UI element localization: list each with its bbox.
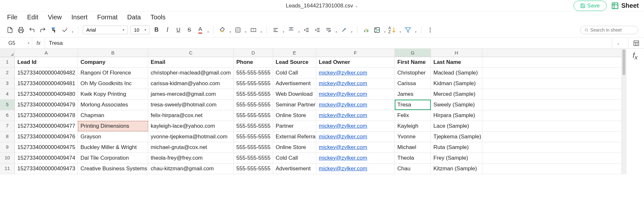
sort-icon[interactable]: AZ xyxy=(388,26,397,34)
row-header[interactable]: 9 xyxy=(0,142,15,153)
cell[interactable]: mickey@zylker.com xyxy=(316,68,395,78)
align-h-icon[interactable] xyxy=(271,26,280,34)
cell[interactable]: Merced (Sample) xyxy=(431,89,482,99)
search-box[interactable] xyxy=(580,26,638,34)
select-all-corner[interactable] xyxy=(0,49,15,57)
cell[interactable]: 1527334000000409476 xyxy=(15,132,78,142)
title-dropdown-icon[interactable]: ⌄ xyxy=(355,4,358,8)
cell[interactable]: Kwik Kopy Printing xyxy=(78,89,148,99)
cell[interactable]: carissa-kidman@yahoo.com xyxy=(148,78,234,89)
cell[interactable]: Cold Call xyxy=(273,153,316,163)
cell[interactable]: yvonne-tjepkema@hotmail.com xyxy=(148,132,234,142)
cell[interactable]: 555-555-5555 xyxy=(234,142,273,153)
cell[interactable]: Online Store xyxy=(273,142,316,153)
cell[interactable]: 1527334000000409478 xyxy=(15,110,78,121)
italic-icon[interactable]: I xyxy=(163,26,172,34)
cell[interactable]: 1527334000000409475 xyxy=(15,142,78,153)
table-panel-icon[interactable] xyxy=(628,38,644,48)
cell[interactable]: christopher-maclead@gmail.com xyxy=(148,68,234,78)
save-button[interactable]: Save xyxy=(573,1,607,11)
cell[interactable]: Sweely (Sample) xyxy=(431,100,482,110)
cell[interactable]: Advertisement xyxy=(273,78,316,89)
fill-color-icon[interactable] xyxy=(218,26,227,34)
cell[interactable]: 555-555-5555 xyxy=(234,164,273,174)
dropdown-caret-icon[interactable]: ▾ xyxy=(72,30,73,34)
cell[interactable]: mickey@zylker.com xyxy=(316,110,395,121)
header-cell[interactable]: Company xyxy=(78,57,148,67)
fx-side-icon[interactable]: fx xyxy=(633,51,638,174)
dropdown-caret-icon[interactable]: ▾ xyxy=(384,30,386,34)
align-v-icon[interactable] xyxy=(287,26,295,34)
cell[interactable]: 555-555-5555 xyxy=(234,68,273,78)
cell[interactable]: Chau xyxy=(395,164,431,174)
cell[interactable]: 1527334000000409473 xyxy=(15,164,78,174)
text-wrap-icon[interactable] xyxy=(324,26,333,34)
cell[interactable]: Online Store xyxy=(273,110,316,121)
cell[interactable]: Theola xyxy=(395,153,431,163)
header-cell[interactable]: Lead Source xyxy=(273,57,316,67)
formula-expand-icon[interactable]: ⌄ xyxy=(612,38,624,48)
menu-data[interactable]: Data xyxy=(127,14,141,21)
dropdown-caret-icon[interactable]: ▾ xyxy=(298,30,300,34)
cell[interactable]: Michael xyxy=(395,142,431,153)
menu-edit[interactable]: Edit xyxy=(27,14,38,21)
borders-icon[interactable] xyxy=(234,26,242,34)
row-header[interactable]: 8 xyxy=(0,132,15,142)
font-select[interactable]: Arial▾ xyxy=(83,25,128,34)
cell[interactable]: Grayson xyxy=(78,132,148,142)
cell[interactable]: mickey@zylker.com xyxy=(316,164,395,174)
cell[interactable]: 1527334000000409481 xyxy=(15,78,78,89)
cell[interactable]: Buckley Miller & Wright xyxy=(78,142,148,153)
cell[interactable]: 1527334000000409480 xyxy=(15,89,78,99)
header-cell[interactable]: Email xyxy=(148,57,234,67)
cell[interactable]: Maclead (Sample) xyxy=(431,68,482,78)
text-rotation-icon[interactable] xyxy=(340,26,348,34)
indent-decrease-icon[interactable] xyxy=(302,26,311,34)
redo-icon[interactable] xyxy=(39,26,47,34)
filter-icon[interactable] xyxy=(404,26,412,34)
cell[interactable]: Cold Call xyxy=(273,68,316,78)
cell[interactable]: Oh My Goodknits Inc xyxy=(78,78,148,89)
merge-cells-icon[interactable] xyxy=(249,26,258,34)
font-size-select[interactable]: 10▾ xyxy=(130,25,150,34)
cell[interactable]: Creative Business Systems xyxy=(78,164,148,174)
row-header[interactable]: 4 xyxy=(0,89,15,99)
dropdown-caret-icon[interactable]: ▾ xyxy=(283,30,284,34)
header-cell[interactable]: Lead Id xyxy=(15,57,78,67)
fx-icon[interactable]: fx xyxy=(32,38,45,48)
cell[interactable]: Kayleigh xyxy=(395,121,431,131)
undo-icon[interactable] xyxy=(28,26,36,34)
cell[interactable]: mickey@zylker.com xyxy=(316,89,395,99)
cell[interactable]: kayleigh-lace@yahoo.com xyxy=(148,121,234,131)
cell[interactable]: 555-555-5555 xyxy=(234,100,273,110)
cell[interactable]: James xyxy=(395,89,431,99)
text-color-icon[interactable]: A xyxy=(196,26,204,34)
row-header[interactable]: 3 xyxy=(0,78,15,89)
cell[interactable]: Seminar Partner xyxy=(273,100,316,110)
chart-icon[interactable] xyxy=(362,26,370,34)
indent-increase-icon[interactable] xyxy=(313,26,322,34)
cell[interactable]: Web Download xyxy=(273,89,316,99)
header-cell[interactable]: First Name xyxy=(395,57,431,67)
dropdown-caret-icon[interactable]: ▾ xyxy=(400,30,401,34)
dropdown-caret-icon[interactable]: ▾ xyxy=(336,30,337,34)
col-header[interactable]: F xyxy=(316,49,395,57)
row-header[interactable]: 1 xyxy=(0,57,15,67)
more-icon[interactable] xyxy=(426,26,434,34)
cell[interactable]: Ruta (Sample) xyxy=(431,142,482,153)
search-input[interactable] xyxy=(590,27,634,33)
cell[interactable]: 555-555-5555 xyxy=(234,132,273,142)
cell[interactable]: mickey@zylker.com xyxy=(316,153,395,163)
cell[interactable]: 1527334000000409474 xyxy=(15,153,78,163)
clear-format-icon[interactable] xyxy=(61,26,69,34)
cell[interactable]: Hirpara (Sample) xyxy=(431,110,482,121)
cell[interactable]: 555-555-5555 xyxy=(234,89,273,99)
cell[interactable]: Lace (Sample) xyxy=(431,121,482,131)
dropdown-caret-icon[interactable]: ▾ xyxy=(245,30,247,34)
sheet-label[interactable]: Sheet xyxy=(611,2,639,10)
dropdown-caret-icon[interactable]: ▾ xyxy=(230,30,231,34)
cell[interactable]: Christopher xyxy=(395,68,431,78)
cell[interactable]: james-merced@gmail.com xyxy=(148,89,234,99)
new-doc-icon[interactable] xyxy=(6,26,14,34)
cell[interactable]: External Referral xyxy=(273,132,316,142)
